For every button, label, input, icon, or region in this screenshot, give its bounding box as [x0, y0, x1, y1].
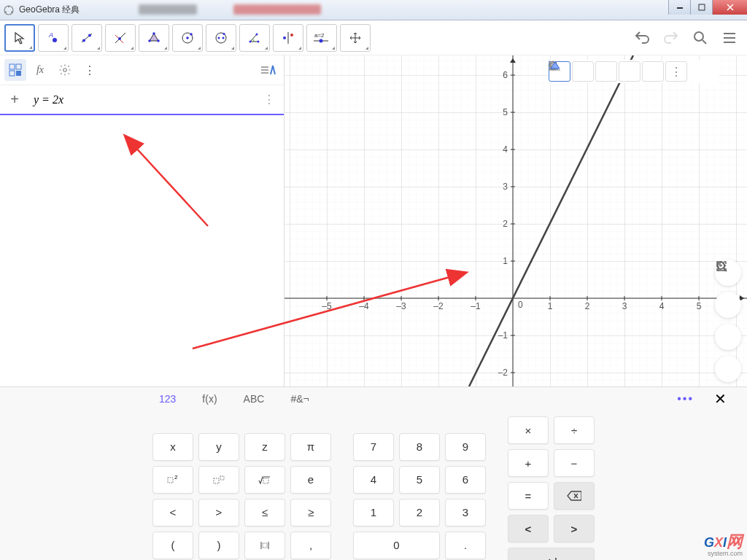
key-mul[interactable]: × [508, 416, 549, 444]
key-y[interactable]: y [198, 433, 239, 461]
tool-move[interactable] [4, 24, 35, 52]
key-2[interactable]: 2 [399, 499, 440, 526]
svg-point-13 [118, 37, 121, 40]
fullscreen-button[interactable] [715, 356, 741, 382]
menu-button[interactable] [716, 25, 743, 51]
zoom-out-button[interactable] [715, 324, 741, 350]
key-power[interactable] [198, 466, 239, 494]
key-ge[interactable]: ≥ [290, 499, 331, 526]
key-plus[interactable]: + [508, 449, 549, 477]
key-x[interactable]: x [152, 433, 193, 461]
virtual-keyboard: 123 f(x) ABC #&¬ ••• ✕ x y z π 2 e < > ≤… [0, 386, 747, 560]
key-7[interactable]: 7 [353, 433, 394, 461]
key-z[interactable]: z [244, 433, 285, 461]
key-8[interactable]: 8 [399, 433, 440, 461]
kb-tab-abc[interactable]: ABC [231, 387, 278, 411]
kb-more-button[interactable]: ••• [662, 392, 708, 405]
graph-toolbar: ⋮ [547, 60, 719, 83]
input-menu-icon[interactable]: ⋮ [260, 93, 278, 106]
svg-rect-39 [16, 64, 21, 69]
style-bar-icon[interactable] [696, 61, 718, 82]
tool-circle[interactable] [172, 24, 203, 52]
svg-point-15 [157, 39, 160, 42]
key-9[interactable]: 9 [445, 433, 486, 461]
svg-point-29 [290, 34, 293, 36]
maximize-button[interactable] [690, 0, 712, 15]
key-e[interactable]: e [290, 466, 331, 494]
minimize-button[interactable] [668, 0, 690, 15]
key-dot[interactable]: . [445, 532, 486, 559]
svg-point-22 [222, 36, 225, 39]
key-5[interactable]: 5 [399, 466, 440, 494]
undo-button[interactable] [629, 25, 655, 51]
fx-icon[interactable]: fx [29, 59, 51, 81]
tool-point[interactable]: A [38, 24, 69, 52]
key-6[interactable]: 6 [445, 466, 486, 494]
app-icon [3, 4, 15, 16]
tool-slider[interactable]: a=2 [306, 24, 337, 52]
key-pi[interactable]: π [290, 433, 331, 461]
search-button[interactable] [687, 25, 713, 51]
obscured-text [233, 4, 321, 15]
svg-point-10 [88, 34, 91, 36]
key-gt[interactable]: > [198, 499, 239, 526]
key-3[interactable]: 3 [445, 499, 486, 526]
redo-button[interactable] [658, 25, 684, 51]
svg-text:–3: –3 [396, 301, 406, 311]
home-icon[interactable] [595, 61, 617, 82]
key-eq[interactable]: = [508, 482, 549, 510]
graph-canvas[interactable]: –5–4–3–2–1 0 12345 654321 –1–2 [285, 55, 747, 386]
key-right[interactable]: > [554, 515, 595, 542]
svg-point-7 [53, 38, 57, 42]
tool-perpendicular[interactable] [105, 24, 136, 52]
key-4[interactable]: 4 [353, 466, 394, 494]
key-square[interactable]: 2 [152, 466, 193, 494]
key-lparen[interactable]: ( [152, 532, 193, 559]
tool-line[interactable] [71, 24, 102, 52]
tool-ellipse[interactable] [206, 24, 236, 52]
tool-polygon[interactable] [139, 24, 169, 52]
snap-icon[interactable] [619, 61, 640, 82]
tool-angle[interactable] [239, 24, 270, 52]
svg-text:2: 2 [585, 301, 590, 311]
close-button[interactable] [712, 0, 747, 15]
obscured-text [139, 4, 197, 15]
svg-point-33 [694, 32, 703, 41]
graph-settings-icon[interactable] [642, 61, 664, 82]
key-1[interactable]: 1 [353, 499, 394, 526]
grid-toggle-icon[interactable] [572, 61, 594, 82]
key-div[interactable]: ÷ [554, 416, 595, 444]
key-rparen[interactable]: ) [198, 532, 239, 559]
kb-tab-fx[interactable]: f(x) [189, 387, 230, 411]
zoom-in-button[interactable] [715, 292, 741, 318]
settings-icon[interactable] [54, 59, 76, 81]
key-sqrt[interactable] [244, 466, 285, 494]
key-0[interactable]: 0 [353, 532, 440, 559]
graph-view[interactable]: –5–4–3–2–1 0 12345 654321 –1–2 ⋮ [285, 55, 747, 386]
kb-close-button[interactable]: ✕ [708, 390, 732, 408]
key-lt[interactable]: < [152, 499, 193, 526]
algebra-view-icon[interactable] [4, 59, 26, 81]
key-le[interactable]: ≤ [244, 499, 285, 526]
key-comma[interactable]: , [290, 532, 331, 559]
kb-tab-sym[interactable]: #&¬ [277, 387, 322, 411]
tool-move-view[interactable] [340, 24, 371, 52]
key-enter[interactable] [508, 548, 595, 560]
expression-text[interactable]: y = 2x [23, 93, 260, 106]
more-icon[interactable]: ⋮ [79, 59, 101, 81]
key-left[interactable]: < [508, 515, 549, 542]
toggle-panel-icon[interactable] [258, 59, 279, 81]
watermark: GXI网 system.com [704, 531, 743, 557]
kb-tab-123[interactable]: 123 [146, 387, 189, 411]
input-row[interactable]: + y = 2x ⋮ [0, 85, 284, 115]
tool-reflect[interactable] [273, 24, 303, 52]
key-abs[interactable] [244, 532, 285, 559]
svg-text:2: 2 [503, 219, 508, 229]
svg-text:5: 5 [503, 107, 508, 117]
key-minus[interactable]: − [554, 449, 595, 477]
key-backspace[interactable] [554, 482, 595, 510]
svg-text:4: 4 [503, 144, 508, 155]
graph-more-icon[interactable]: ⋮ [665, 61, 687, 82]
svg-text:6: 6 [503, 70, 508, 80]
add-input-button[interactable]: + [6, 91, 23, 108]
